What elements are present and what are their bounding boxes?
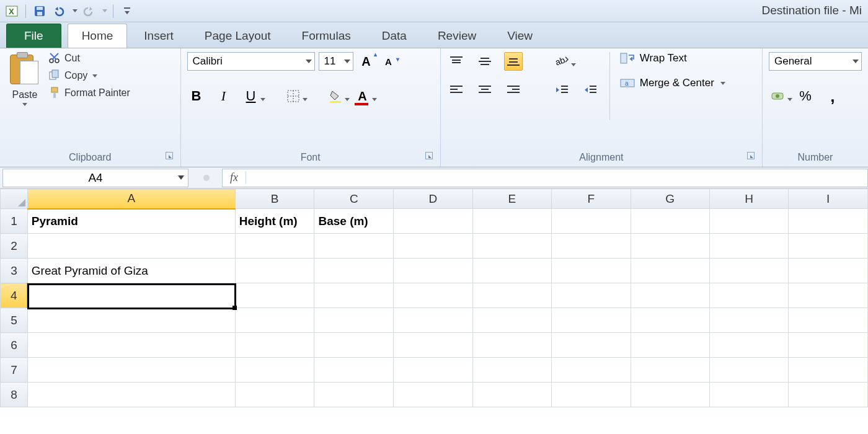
- copy-dropdown-icon[interactable]: [92, 74, 97, 78]
- align-center-icon[interactable]: [476, 81, 494, 99]
- cell-I6[interactable]: [789, 333, 868, 358]
- cell-C6[interactable]: [314, 333, 394, 358]
- row-header-1[interactable]: 1: [1, 209, 28, 234]
- cell-D2[interactable]: [394, 234, 472, 259]
- dialog-launcher-icon[interactable]: [166, 152, 173, 159]
- cell-B6[interactable]: [235, 333, 314, 358]
- cell-D7[interactable]: [394, 358, 472, 383]
- cell-E8[interactable]: [472, 383, 551, 407]
- bold-button[interactable]: B: [187, 87, 206, 105]
- cell-D6[interactable]: [394, 333, 472, 358]
- comma-style-button[interactable]: ,: [823, 87, 842, 105]
- merge-center-button[interactable]: a Merge & Center: [620, 77, 725, 89]
- orientation-icon[interactable]: ab: [552, 52, 571, 71]
- undo-icon[interactable]: [51, 3, 68, 19]
- row-header-8[interactable]: 8: [1, 383, 28, 407]
- cell-C4[interactable]: [314, 283, 394, 308]
- tab-view[interactable]: View: [493, 24, 547, 48]
- insert-function-icon[interactable]: [203, 175, 210, 181]
- tab-insert[interactable]: Insert: [130, 24, 188, 48]
- cell-A2[interactable]: [27, 234, 235, 259]
- cell-D3[interactable]: [394, 259, 472, 283]
- row-header-5[interactable]: 5: [1, 308, 28, 333]
- tab-page-layout[interactable]: Page Layout: [190, 24, 285, 48]
- col-header-F[interactable]: F: [552, 189, 631, 209]
- row-header-6[interactable]: 6: [1, 333, 28, 358]
- align-bottom-icon[interactable]: [504, 52, 523, 71]
- cell-F6[interactable]: [552, 333, 631, 358]
- cell-G8[interactable]: [631, 383, 709, 407]
- select-all-corner[interactable]: [1, 189, 28, 209]
- cell-A5[interactable]: [27, 308, 235, 333]
- cell-F2[interactable]: [552, 234, 631, 259]
- align-top-icon[interactable]: [447, 52, 466, 71]
- percent-style-button[interactable]: %: [796, 87, 815, 105]
- cell-F1[interactable]: [552, 209, 631, 234]
- cell-E6[interactable]: [472, 333, 551, 358]
- col-header-G[interactable]: G: [631, 189, 709, 209]
- cell-C8[interactable]: [314, 383, 394, 407]
- cell-G3[interactable]: [631, 259, 709, 283]
- cell-H6[interactable]: [710, 333, 789, 358]
- borders-icon[interactable]: [284, 87, 303, 105]
- cell-G5[interactable]: [631, 308, 709, 333]
- col-header-C[interactable]: C: [314, 189, 394, 209]
- col-header-B[interactable]: B: [235, 189, 314, 209]
- cell-B1[interactable]: Height (m): [235, 209, 314, 234]
- cell-I7[interactable]: [789, 358, 868, 383]
- save-icon[interactable]: [32, 3, 48, 19]
- format-painter-button[interactable]: Format Painter: [48, 87, 130, 99]
- row-header-3[interactable]: 3: [1, 259, 28, 283]
- cell-A4[interactable]: [27, 283, 235, 308]
- cell-I1[interactable]: [789, 209, 868, 234]
- row-header-4[interactable]: 4: [1, 283, 28, 308]
- cell-A1[interactable]: Pyramid: [27, 209, 235, 234]
- cell-G2[interactable]: [631, 234, 709, 259]
- cell-A7[interactable]: [27, 358, 235, 383]
- col-header-I[interactable]: I: [789, 189, 868, 209]
- decrease-indent-icon[interactable]: [552, 81, 571, 99]
- cell-B3[interactable]: [235, 259, 314, 283]
- cell-F8[interactable]: [552, 383, 631, 407]
- name-box[interactable]: A4: [2, 169, 188, 187]
- customize-qat-icon[interactable]: [119, 3, 135, 19]
- redo-dropdown-icon[interactable]: [102, 9, 107, 12]
- cell-H3[interactable]: [710, 259, 789, 283]
- formula-input[interactable]: fx: [222, 169, 868, 187]
- cell-D5[interactable]: [394, 308, 472, 333]
- cell-A6[interactable]: [27, 333, 235, 358]
- cell-H5[interactable]: [710, 308, 789, 333]
- cell-E1[interactable]: [472, 209, 551, 234]
- redo-icon[interactable]: [81, 3, 97, 19]
- italic-button[interactable]: I: [215, 87, 233, 105]
- cell-F4[interactable]: [552, 283, 631, 308]
- col-header-H[interactable]: H: [710, 189, 789, 209]
- copy-button[interactable]: Copy: [48, 69, 130, 82]
- cell-D8[interactable]: [394, 383, 472, 407]
- spreadsheet-grid[interactable]: A B C D E F G H I 1 Pyramid Height (m) B…: [0, 188, 868, 407]
- cell-C1[interactable]: Base (m): [314, 209, 394, 234]
- cell-C3[interactable]: [314, 259, 394, 283]
- cell-H1[interactable]: [710, 209, 789, 234]
- col-header-D[interactable]: D: [394, 189, 472, 209]
- cell-B8[interactable]: [235, 383, 314, 407]
- cell-C2[interactable]: [314, 234, 394, 259]
- cell-H7[interactable]: [710, 358, 789, 383]
- cell-I8[interactable]: [789, 383, 868, 407]
- merge-dropdown-icon[interactable]: [720, 82, 725, 85]
- shrink-font-icon[interactable]: A▾: [379, 52, 398, 71]
- cell-E7[interactable]: [472, 358, 551, 383]
- cell-I3[interactable]: [789, 259, 868, 283]
- font-color-icon[interactable]: A: [353, 87, 372, 105]
- cell-I2[interactable]: [789, 234, 868, 259]
- fill-color-icon[interactable]: [326, 87, 345, 105]
- cell-G7[interactable]: [631, 358, 709, 383]
- cell-G4[interactable]: [631, 283, 709, 308]
- accounting-format-icon[interactable]: [769, 87, 787, 105]
- cell-D4[interactable]: [394, 283, 472, 308]
- row-header-7[interactable]: 7: [1, 358, 28, 383]
- cut-button[interactable]: Cut: [48, 52, 130, 64]
- tab-review[interactable]: Review: [423, 24, 490, 48]
- wrap-text-button[interactable]: Wrap Text: [620, 52, 725, 64]
- col-header-A[interactable]: A: [27, 189, 235, 209]
